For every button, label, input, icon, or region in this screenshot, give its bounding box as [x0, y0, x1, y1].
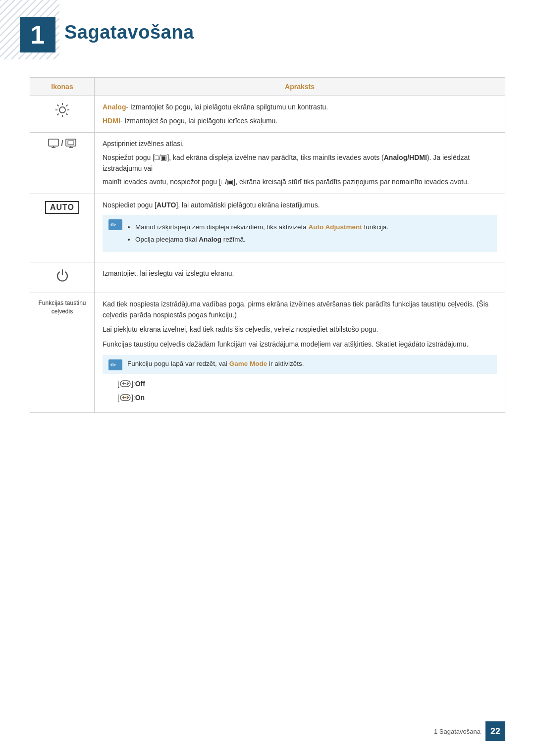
note-pencil-icon-2: ✏: [108, 359, 122, 370]
gamepad-on-icon: [ ]: On: [117, 392, 145, 403]
desc-source-notify: mainīt ievades avotu, nospiežot pogu [□/…: [103, 177, 497, 188]
icon-cell-power: [30, 262, 95, 293]
chapter-title: Sagatavošana: [64, 15, 194, 43]
icon-cell-auto: AUTO: [30, 194, 95, 262]
svg-line-7: [57, 105, 58, 106]
table-row: Funkcijas taustiņu ceļvedis Kad tiek nos…: [30, 293, 505, 413]
desc-hdmi: HDMI- Izmantojiet šo pogu, lai pielāgotu…: [103, 116, 497, 127]
svg-text:✏: ✏: [110, 221, 116, 229]
table-row: / Apstipriniet izvēlnes atlasi. Nospiežo…: [30, 133, 505, 194]
svg-point-28: [125, 383, 126, 384]
note-pencil-icon: ✏: [108, 219, 122, 230]
desc-source-change: Nospiežot pogu [□/▣], kad ekrāna displej…: [103, 152, 497, 174]
svg-rect-15: [68, 141, 74, 145]
desc-cell-sun: Analog- Izmantojiet šo pogu, lai pielāgo…: [95, 96, 505, 133]
list-item: [ ]: On: [117, 392, 497, 403]
desc-confirm: Apstipriniet izvēlnes atlasi.: [103, 139, 497, 150]
svg-line-10: [57, 114, 58, 115]
footer-chapter-label: 1 Sagatavošana: [434, 728, 481, 735]
func-guide-label: Funkcijas taustiņu ceļvedis: [38, 300, 86, 315]
desc-auto-main: Nospiediet pogu [AUTO], lai automātiski …: [103, 200, 497, 211]
svg-point-36: [122, 394, 129, 401]
desc-func-2: Lai piekļūtu ekrāna izvēlnei, kad tiek r…: [103, 324, 497, 335]
chapter-header: 1 Sagatavošana: [0, 0, 535, 62]
desc-cell-func: Kad tiek nospiesta izstrādājuma vadības …: [95, 293, 505, 413]
desc-cell-monitor: Apstipriniet izvēlnes atlasi. Nospiežot …: [95, 133, 505, 194]
auto-icon: AUTO: [45, 201, 79, 214]
col-header-desc: Apraksts: [95, 78, 505, 96]
svg-point-26: [128, 383, 129, 384]
note-content-func: Funkciju pogu lapā var redzēt, vai Game …: [127, 359, 304, 369]
desc-cell-power: Izmantojiet, lai ieslēgtu vai izslēgtu e…: [95, 262, 505, 293]
svg-rect-14: [66, 139, 76, 146]
list-item: [ ]: Off: [117, 378, 497, 389]
list-item: Mainot izšķirtspēju zem displeja rekvizī…: [135, 222, 388, 233]
list-item: Opcija pieejama tikai Analog režīmā.: [135, 234, 388, 245]
svg-line-9: [66, 105, 67, 106]
main-content: Ikonas Apraksts: [0, 62, 535, 443]
auto-bullet-list: Mainot izšķirtspēju zem displeja rekvizī…: [135, 222, 388, 245]
power-icon: [55, 268, 70, 287]
svg-point-2: [59, 107, 65, 113]
col-header-icon: Ikonas: [30, 78, 95, 96]
note-content-auto: Mainot izšķirtspēju zem displeja rekvizī…: [127, 219, 388, 248]
desc-analog: Analog- Izmantojiet šo pogu, lai pielāgo…: [103, 102, 497, 113]
note-box-func: ✏ Funkciju pogu lapā var redzēt, vai Gam…: [103, 355, 497, 374]
gamepad-bullet-list: [ ]: Off: [117, 378, 497, 403]
table-row: Izmantojiet, lai ieslēgtu vai izslēgtu e…: [30, 262, 505, 293]
chapter-number: 1: [20, 17, 55, 52]
svg-rect-11: [49, 139, 58, 146]
sun-icon: [54, 102, 70, 121]
icon-cell-func: Funkcijas taustiņu ceļvedis: [30, 293, 95, 413]
gamepad-off-icon: [ ]: Off: [117, 378, 145, 389]
note-box-auto: ✏ Mainot izšķirtspēju zem displeja rekvi…: [103, 215, 497, 252]
table-row: AUTO Nospiediet pogu [AUTO], lai automāt…: [30, 194, 505, 262]
desc-cell-auto: Nospiediet pogu [AUTO], lai automātiski …: [95, 194, 505, 262]
svg-line-8: [66, 114, 67, 115]
info-table: Ikonas Apraksts: [30, 77, 505, 413]
icon-cell-sun: [30, 96, 95, 133]
monitor-icon: /: [48, 139, 76, 149]
icon-cell-monitor: /: [30, 133, 95, 194]
svg-point-27: [127, 384, 128, 385]
svg-point-25: [127, 382, 128, 383]
page-footer: 1 Sagatavošana 22: [434, 721, 505, 741]
table-row: Analog- Izmantojiet šo pogu, lai pielāgo…: [30, 96, 505, 133]
page-number: 22: [485, 721, 505, 741]
desc-power: Izmantojiet, lai ieslēgtu vai izslēgtu e…: [103, 268, 497, 279]
desc-func-3: Funkcijas taustiņu ceļvedis dažādām funk…: [103, 339, 497, 350]
desc-func-1: Kad tiek nospiesta izstrādājuma vadības …: [103, 299, 497, 320]
svg-text:✏: ✏: [110, 361, 116, 369]
